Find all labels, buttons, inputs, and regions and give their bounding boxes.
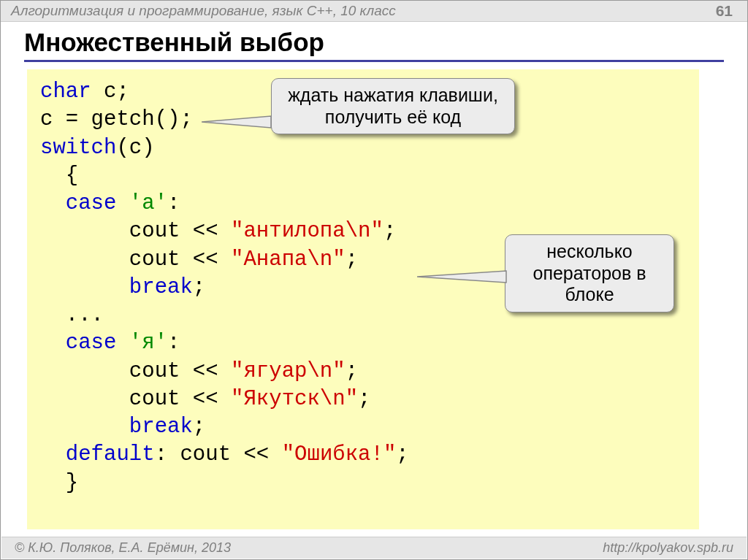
kw-break: break [40,415,193,439]
title-underline [24,60,724,62]
kw-default: default [40,442,155,467]
copyright-text: © К.Ю. Поляков, Е.А. Ерёмин, 2013 [15,540,231,556]
code-text: c; [91,80,129,104]
subject-text: Алгоритмизация и программирование, язык … [11,3,396,19]
string-literal: "Ошибка!" [282,442,397,467]
string-literal: "Анапа\n" [231,248,346,272]
code-text: (c) [116,136,154,160]
code-text: cout << [40,359,231,383]
kw-char: char [40,80,91,104]
code-text: ; [346,359,358,383]
code-text: ; [193,415,205,439]
code-text: : [167,191,180,215]
code-text: { [40,164,78,188]
slide: Алгоритмизация и программирование, язык … [0,0,748,560]
string-literal: "ягуар\n" [231,359,346,383]
slide-title: Множественный выбор [24,28,747,57]
string-literal: "Якутск\n" [231,387,358,411]
code-text: ; [396,442,408,467]
kw-case: case [40,331,116,355]
code-text: ; [193,275,205,299]
code-text: } [40,471,78,495]
code-text: cout << [40,219,231,243]
string-literal: "антилопа\n" [231,219,383,243]
callout-getch: ждать нажатия клавиши, получить её код [271,78,515,134]
kw-break: break [40,275,193,299]
code-text: cout << [40,248,231,272]
page-number: 61 [716,2,733,20]
code-text: ; [346,248,358,272]
char-literal: 'а' [116,191,167,215]
code-text: c = getch(); [40,107,193,131]
code-text: : cout << [155,442,282,467]
kw-switch: switch [40,136,116,160]
code-text: ; [383,219,396,243]
callout-block: несколько операторов в блоке [505,234,674,312]
url-text: http://kpolyakov.spb.ru [603,540,733,556]
kw-case: case [40,191,116,215]
code-text: : [167,331,180,355]
header-bar: Алгоритмизация и программирование, язык … [1,1,747,22]
code-text: cout << [40,387,231,411]
code-text: ... [40,303,104,327]
footer-bar: © К.Ю. Поляков, Е.А. Ерёмин, 2013 http:/… [1,537,747,559]
char-literal: 'я' [116,331,167,355]
code-text: ; [358,387,370,411]
